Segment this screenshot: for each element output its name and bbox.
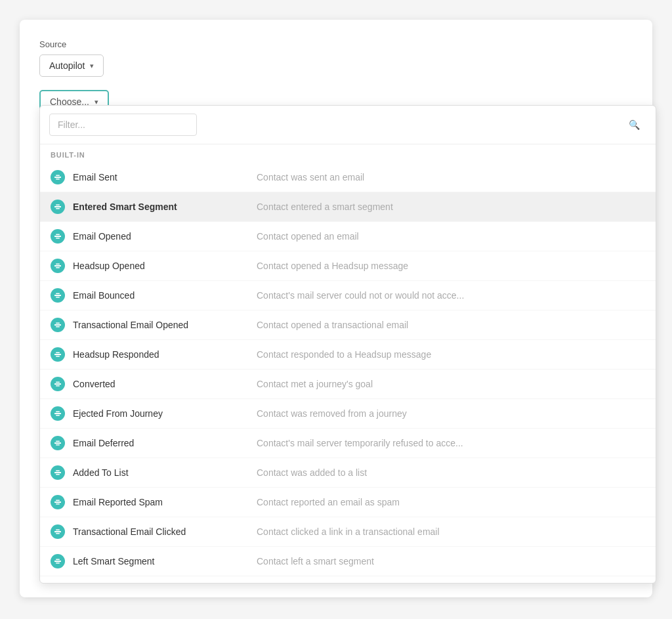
svg-rect-29	[54, 383, 61, 385]
item-name: Email Sent	[73, 172, 257, 182]
item-name: Email Deferred	[73, 438, 257, 448]
list-item[interactable]: Added To ListContact was added to a list	[40, 458, 656, 488]
list-item[interactable]: Email SentContact was sent an email	[40, 163, 656, 192]
item-icon	[51, 288, 65, 303]
filter-input[interactable]	[49, 114, 197, 136]
list-item[interactable]: Entered Smart SegmentContact entered a s…	[40, 192, 656, 222]
item-icon	[51, 377, 65, 391]
search-icon: 🔍	[629, 119, 640, 130]
item-description: Contact opened an email	[257, 231, 359, 242]
svg-rect-15	[56, 267, 60, 268]
list-item[interactable]: Ejected From JourneyContact was removed …	[40, 399, 656, 429]
svg-rect-23	[56, 326, 60, 328]
item-icon	[51, 495, 65, 509]
svg-rect-9	[54, 236, 61, 237]
svg-rect-33	[54, 413, 61, 414]
item-description: Contact opened a transactional email	[257, 320, 408, 330]
source-label: Source	[39, 39, 633, 49]
list-item[interactable]: Transactional Email ClickedContact click…	[40, 517, 656, 547]
item-name: Headsup Opened	[73, 261, 257, 271]
list-item[interactable]: Headsup RespondedContact responded to a …	[40, 340, 656, 370]
svg-rect-47	[56, 503, 60, 505]
svg-rect-39	[56, 444, 60, 446]
list-item[interactable]: Headsup OpenedContact opened a Headsup m…	[40, 251, 656, 281]
item-icon	[51, 406, 65, 421]
item-icon	[51, 318, 65, 332]
list-item[interactable]: Transactional Email OpenedContact opened…	[40, 310, 656, 340]
item-name: Email Reported Spam	[73, 497, 257, 507]
svg-rect-6	[56, 205, 60, 206]
item-icon	[51, 465, 65, 480]
list-item[interactable]: Email BouncedContact's mail server could…	[40, 281, 656, 310]
item-description: Contact was sent an email	[257, 172, 364, 182]
svg-rect-14	[56, 264, 60, 265]
filter-wrapper: 🔍	[49, 114, 646, 136]
svg-rect-43	[56, 474, 60, 475]
item-name: Transactional Email Clicked	[73, 526, 257, 537]
item-description: Contact's mail server temporarily refuse…	[257, 438, 463, 448]
svg-rect-31	[56, 385, 60, 387]
list-item[interactable]: Left Smart SegmentContact left a smart s…	[40, 547, 656, 576]
svg-rect-50	[56, 530, 60, 531]
list-item[interactable]: Email OpenedContact opened an email	[40, 222, 656, 251]
list-item[interactable]: ConvertedContact met a journey's goal	[40, 370, 656, 399]
svg-rect-19	[56, 297, 60, 298]
item-name: Added To List	[73, 467, 257, 478]
item-description: Contact left a smart segment	[257, 556, 374, 566]
item-name: Email Opened	[73, 231, 257, 242]
svg-rect-26	[56, 352, 60, 354]
item-name: Email Bounced	[73, 290, 257, 301]
section-label: BUILT-IN	[40, 144, 656, 163]
list-item[interactable]: Email Reported SpamContact reported an e…	[40, 488, 656, 517]
svg-rect-10	[56, 234, 60, 236]
svg-rect-27	[56, 356, 60, 357]
item-name: Headsup Responded	[73, 349, 257, 360]
svg-rect-21	[54, 324, 61, 326]
list-item[interactable]: Email DeferredContact's mail server temp…	[40, 429, 656, 458]
item-icon	[51, 524, 65, 539]
item-description: Contact's mail server could not or would…	[257, 290, 464, 301]
svg-rect-22	[56, 323, 60, 324]
svg-rect-30	[56, 382, 60, 383]
item-icon	[51, 170, 65, 184]
item-icon	[51, 200, 65, 214]
item-icon	[51, 229, 65, 244]
item-description: Contact clicked a link in a transactiona…	[257, 526, 440, 537]
item-description: Contact opened a Headsup message	[257, 261, 408, 271]
item-description: Contact was added to a list	[257, 467, 367, 478]
source-chevron-icon: ▾	[90, 62, 94, 70]
item-icon	[51, 436, 65, 450]
svg-rect-46	[56, 500, 60, 502]
svg-rect-13	[54, 265, 61, 267]
item-description: Contact met a journey's goal	[257, 379, 373, 389]
item-icon	[51, 347, 65, 362]
source-dropdown[interactable]: Autopilot ▾	[39, 54, 104, 77]
svg-rect-17	[54, 295, 61, 296]
filter-container: 🔍	[40, 106, 656, 144]
item-description: Contact was removed from a journey	[257, 408, 407, 419]
item-name: Ejected From Journey	[73, 408, 257, 419]
item-name: Entered Smart Segment	[73, 202, 257, 212]
item-name: Transactional Email Opened	[73, 320, 257, 330]
svg-rect-41	[54, 472, 61, 473]
svg-rect-55	[56, 563, 60, 564]
svg-rect-51	[56, 533, 60, 534]
item-icon	[51, 259, 65, 273]
item-icon	[51, 554, 65, 568]
page-container: Source Autopilot ▾ Choose... ▾ 🔍 BUILT-I…	[20, 20, 652, 597]
svg-rect-2	[56, 175, 60, 177]
svg-rect-45	[54, 502, 61, 503]
item-description: Contact entered a smart segment	[257, 202, 393, 212]
item-name: Left Smart Segment	[73, 556, 257, 566]
dropdown-panel: 🔍 BUILT-IN Email SentContact was sent an…	[39, 105, 656, 584]
list-item[interactable]: Transactional Email SentContact was sent…	[40, 576, 656, 583]
svg-rect-38	[56, 441, 60, 442]
svg-rect-1	[54, 177, 61, 178]
svg-rect-7	[56, 208, 60, 209]
list-items: Email SentContact was sent an email Ente…	[40, 163, 656, 583]
svg-rect-11	[56, 238, 60, 239]
svg-rect-18	[56, 293, 60, 295]
svg-rect-3	[56, 179, 60, 180]
svg-rect-54	[56, 559, 60, 561]
svg-rect-49	[54, 531, 61, 532]
